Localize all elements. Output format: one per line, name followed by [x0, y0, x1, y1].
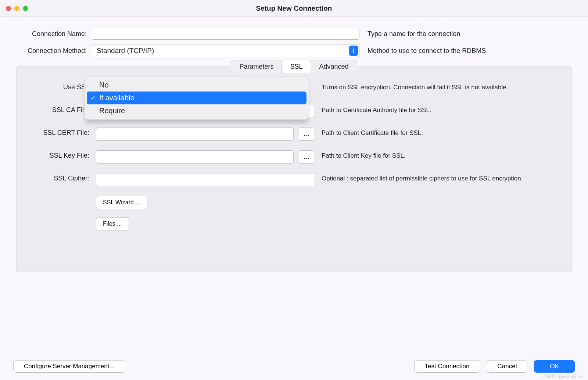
- connection-method-label: Connection Method:: [14, 47, 87, 55]
- tab-ssl[interactable]: SSL: [282, 60, 311, 73]
- ssl-ca-helper: Path to Certificate Authority file for S…: [322, 105, 561, 115]
- use-ssl-label: Use SSL: [27, 82, 89, 91]
- watermark-text: CSDN @yunxixiao: [543, 374, 583, 379]
- connection-method-row: Connection Method: Standard (TCP/IP) Met…: [14, 44, 574, 57]
- ssl-cipher-input[interactable]: [96, 173, 315, 186]
- ssl-key-label: SSL Key File:: [27, 150, 89, 159]
- use-ssl-helper: Turns on SSL encryption. Connection will…: [322, 82, 561, 92]
- ssl-key-browse-button[interactable]: ...: [298, 150, 315, 164]
- ok-button[interactable]: OK: [534, 360, 575, 373]
- ssl-files-button[interactable]: Files ...: [96, 217, 129, 230]
- cancel-button[interactable]: Cancel: [487, 360, 528, 373]
- close-icon[interactable]: [6, 6, 11, 11]
- connection-name-input[interactable]: [92, 28, 359, 40]
- connection-method-value: Standard (TCP/IP): [97, 47, 154, 55]
- dropdown-option-require[interactable]: Require: [87, 104, 306, 117]
- titlebar: Setup New Connection: [0, 0, 588, 17]
- ssl-key-input[interactable]: [96, 150, 294, 164]
- minimize-icon[interactable]: [14, 6, 19, 11]
- ssl-cert-row: SSL CERT File: ... Path to Client Certif…: [27, 128, 561, 141]
- tab-parameters[interactable]: Parameters: [231, 60, 282, 73]
- traffic-lights: [6, 0, 28, 17]
- configure-server-button[interactable]: Configure Server Management...: [13, 360, 125, 373]
- maximize-icon[interactable]: [23, 6, 28, 11]
- connection-method-helper: Method to use to connect to the RDBMS: [365, 47, 486, 55]
- connection-name-helper: Type a name for the connection: [365, 30, 460, 38]
- connection-method-select[interactable]: Standard (TCP/IP): [92, 44, 359, 57]
- ssl-action-stack: SSL Wizard ... Files ...: [27, 196, 561, 230]
- ssl-cipher-helper: Optional : separated list of permissible…: [322, 173, 561, 183]
- ssl-cipher-label: SSL Cipher:: [27, 173, 89, 182]
- use-ssl-dropdown[interactable]: No If available Require: [84, 76, 309, 120]
- connection-header: Connection Name: Type a name for the con…: [0, 17, 588, 66]
- ssl-cert-browse-button[interactable]: ...: [298, 128, 315, 141]
- tab-advanced[interactable]: Advanced: [311, 60, 357, 73]
- dropdown-option-no[interactable]: No: [87, 79, 306, 92]
- ssl-key-row: SSL Key File: ... Path to Client Key fil…: [27, 150, 561, 164]
- test-connection-button[interactable]: Test Connection: [414, 360, 480, 373]
- connection-name-row: Connection Name: Type a name for the con…: [14, 28, 574, 40]
- ssl-cert-helper: Path to Client Certificate file for SSL.: [322, 128, 561, 137]
- ssl-cipher-row: SSL Cipher: Optional : separated list of…: [27, 173, 561, 186]
- window-title: Setup New Connection: [256, 4, 332, 12]
- ssl-ca-label: SSL CA File:: [27, 105, 89, 114]
- ssl-cert-input[interactable]: [96, 128, 294, 141]
- connection-name-label: Connection Name:: [14, 30, 87, 38]
- ssl-key-helper: Path to Client Key file for SSL.: [322, 150, 561, 160]
- ssl-wizard-button[interactable]: SSL Wizard ...: [96, 196, 147, 209]
- tabbar: Parameters SSL Advanced: [27, 60, 561, 73]
- ssl-cert-label: SSL CERT File:: [27, 128, 89, 137]
- chevron-updown-icon: [349, 46, 358, 56]
- dropdown-option-if-available[interactable]: If available: [87, 92, 306, 104]
- bottom-button-bar: Configure Server Management... Test Conn…: [0, 360, 588, 373]
